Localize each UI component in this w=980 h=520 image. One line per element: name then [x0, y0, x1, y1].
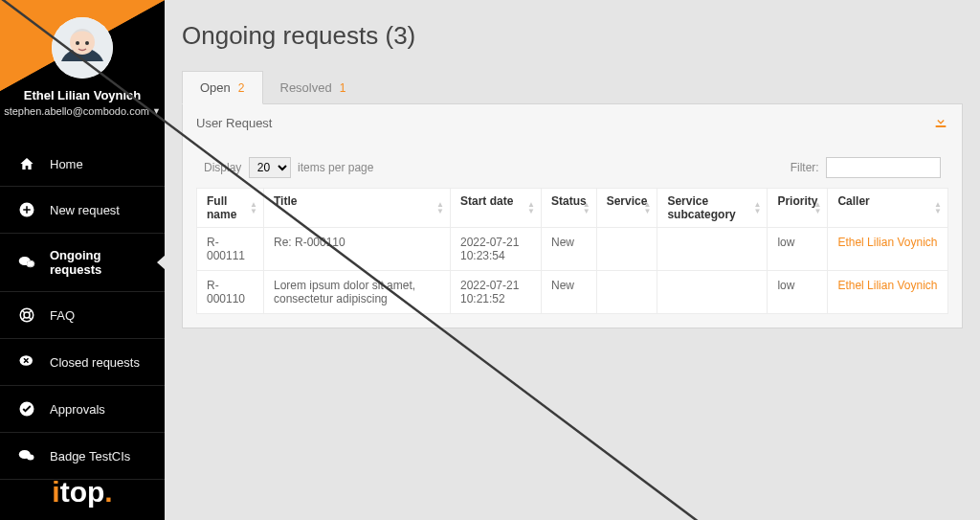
svg-point-3: [85, 41, 89, 45]
cell-title: Lorem ipsum dolor sit amet, consectetur …: [264, 271, 451, 314]
life-ring-icon: [17, 306, 36, 324]
tab-resolved[interactable]: Resolved 1: [263, 71, 364, 104]
table-row[interactable]: R-000110 Lorem ipsum dolor sit amet, con…: [197, 271, 948, 314]
sort-icon: ▲▼: [436, 201, 444, 215]
sort-icon: ▲▼: [583, 201, 590, 215]
cell-start-date: 2022-07-21 10:23:54: [451, 228, 542, 271]
check-circle-icon: [17, 400, 36, 418]
sort-icon: ▲▼: [527, 201, 535, 215]
tab-count: 1: [340, 81, 346, 95]
sidebar-item-closed-requests[interactable]: Closed requests: [0, 339, 165, 386]
svg-point-10: [24, 312, 30, 318]
tab-label: Resolved: [280, 80, 332, 95]
sidebar-item-label: Home: [50, 157, 83, 171]
sidebar-item-approvals[interactable]: Approvals: [0, 386, 165, 433]
tab-label: Open: [200, 80, 231, 95]
cell-priority: low: [768, 228, 828, 271]
filter-control: Filter:: [791, 157, 941, 178]
cell-full-name: R-000110: [197, 271, 264, 314]
page-size-control: Display 20 items per page: [204, 157, 373, 178]
sidebar-item-home[interactable]: Home: [0, 142, 165, 187]
sort-icon: ▲▼: [753, 201, 761, 215]
cell-full-name: R-000111: [197, 228, 264, 271]
sidebar-item-label: New request: [50, 203, 120, 217]
col-status[interactable]: Status▲▼: [542, 189, 597, 228]
sort-icon: ▲▼: [643, 201, 651, 215]
sidebar-item-label: Approvals: [50, 402, 105, 417]
sort-icon: ▲▼: [934, 201, 942, 215]
sidebar-item-label: Badge TestCIs: [50, 449, 130, 463]
col-service[interactable]: Service▲▼: [596, 189, 657, 228]
avatar-image: [52, 17, 113, 79]
sidebar-item-new-request[interactable]: New request: [0, 187, 165, 234]
display-label: Display: [204, 161, 241, 174]
logo: itop.: [0, 476, 165, 509]
filter-label: Filter:: [791, 161, 819, 174]
sidebar-item-label: Ongoing requests: [50, 248, 147, 277]
sidebar-item-faq[interactable]: FAQ: [0, 292, 165, 339]
chevron-down-icon: ▼: [152, 106, 161, 116]
home-icon: [17, 156, 36, 171]
col-title[interactable]: Title▲▼: [264, 189, 451, 228]
table-row[interactable]: R-000111 Re: R-000110 2022-07-21 10:23:5…: [197, 228, 948, 271]
cell-caller[interactable]: Ethel Lilian Voynich: [828, 228, 948, 271]
col-priority[interactable]: Priority▲▼: [768, 189, 828, 228]
cell-start-date: 2022-07-21 10:21:52: [451, 271, 542, 314]
sidebar-item-label: FAQ: [50, 308, 75, 323]
per-page-label: items per page: [298, 161, 373, 174]
svg-point-2: [76, 41, 79, 45]
sort-icon: ▲▼: [250, 201, 257, 215]
cell-status: New: [542, 228, 597, 271]
page-title: Ongoing requests (3): [182, 21, 963, 51]
panel-title: User Request: [196, 116, 272, 130]
comments-icon: [17, 254, 36, 271]
main: Ongoing requests (3) Open 2 Resolved 1 U…: [165, 0, 980, 520]
cell-subcat: [657, 271, 768, 314]
sidebar-item-badge-testcis[interactable]: Badge TestCIs: [0, 433, 165, 480]
col-start-date[interactable]: Start date▲▼: [451, 189, 542, 228]
table-controls: Display 20 items per page Filter:: [196, 138, 948, 188]
user-info[interactable]: Ethel Lilian Voynich stephen.abello@comb…: [0, 88, 165, 118]
sidebar: Ethel Lilian Voynich stephen.abello@comb…: [0, 0, 165, 520]
user-name: Ethel Lilian Voynich: [0, 88, 165, 102]
panel-header: User Request: [196, 114, 948, 138]
filter-input[interactable]: [826, 157, 941, 178]
sidebar-item-label: Closed requests: [50, 355, 140, 370]
cell-subcat: [657, 228, 768, 271]
request-table: Full name▲▼ Title▲▼ Start date▲▼ Status▲…: [196, 188, 948, 314]
svg-point-8: [27, 261, 34, 267]
cell-priority: low: [768, 271, 828, 314]
cell-status: New: [542, 271, 597, 314]
col-subcategory[interactable]: Service subcategory▲▼: [657, 189, 768, 228]
sort-icon: ▲▼: [813, 201, 821, 215]
page-size-select[interactable]: 20: [249, 157, 291, 178]
avatar[interactable]: [52, 17, 113, 79]
tab-count: 2: [238, 81, 245, 95]
table-header-row: Full name▲▼ Title▲▼ Start date▲▼ Status▲…: [197, 189, 948, 228]
sidebar-item-ongoing-requests[interactable]: Ongoing requests: [0, 234, 165, 292]
cell-title: Re: R-000110: [264, 228, 451, 271]
cell-service: [596, 271, 657, 314]
tab-open[interactable]: Open 2: [182, 71, 263, 104]
tabs: Open 2 Resolved 1: [182, 70, 963, 104]
svg-point-14: [27, 455, 34, 461]
cell-caller[interactable]: Ethel Lilian Voynich: [828, 271, 948, 314]
plus-circle-icon: [17, 201, 36, 218]
panel: User Request Display 20 items per page F…: [182, 104, 963, 328]
comments-icon: [17, 447, 36, 464]
col-full-name[interactable]: Full name▲▼: [197, 189, 264, 228]
col-caller[interactable]: Caller▲▼: [828, 189, 948, 228]
comment-x-icon: [17, 353, 36, 371]
cell-service: [596, 228, 657, 271]
user-email: stephen.abello@combodo.com ▼: [4, 105, 161, 117]
download-icon[interactable]: [933, 114, 948, 132]
nav: Home New request Ongoing requests FAQ Cl…: [0, 142, 165, 480]
